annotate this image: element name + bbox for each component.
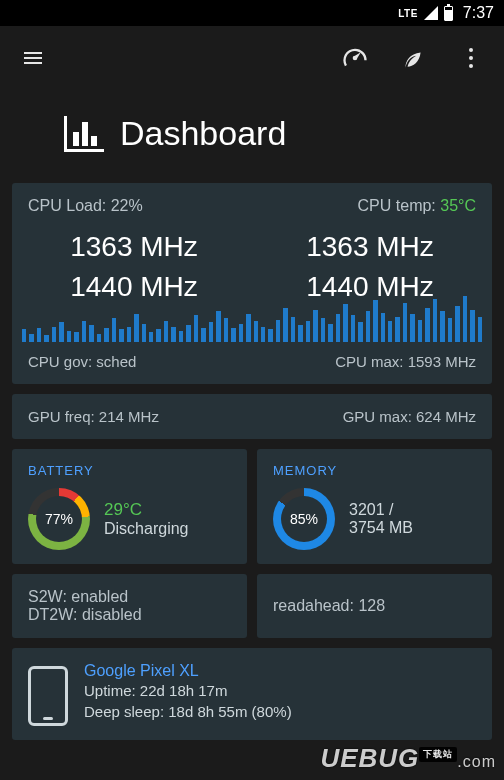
cpu-freq-1: 1363 MHz [264,231,476,263]
cpu-freq-3: 1440 MHz [264,271,476,303]
battery-title: BATTERY [28,463,231,478]
device-card[interactable]: Google Pixel XL Uptime: 22d 18h 17m Deep… [12,648,492,740]
cpu-load-label: CPU Load: 22% [28,197,143,215]
cpu-freq-2: 1440 MHz [28,271,240,303]
readahead-card[interactable]: readahead: 128 [257,574,492,638]
gpu-card[interactable]: GPU freq: 214 MHz GPU max: 624 MHz [12,394,492,439]
app-toolbar [0,26,504,90]
cpu-max-label: CPU max: 1593 MHz [335,353,476,370]
watermark: UEBUG下载站.com [320,743,496,774]
battery-saver-button[interactable] [398,43,428,73]
memory-ring: 85% [273,488,335,550]
cpu-temp-value: 35°C [440,197,476,214]
menu-button[interactable] [18,43,48,73]
cpu-temp-label: CPU temp: 35°C [358,197,476,215]
leaf-icon [400,45,426,71]
dashboard-icon [64,116,104,152]
network-indicator: LTE [398,8,418,19]
memory-used: 3201 / [349,501,413,519]
dt2w-label: DT2W: disabled [28,606,231,624]
device-deepsleep: Deep sleep: 18d 8h 55m (80%) [84,701,292,722]
performance-button[interactable] [340,43,370,73]
phone-icon [28,666,68,726]
battery-pct: 77% [36,496,82,542]
wake-card[interactable]: S2W: enabled DT2W: disabled [12,574,247,638]
battery-icon [444,6,453,21]
memory-total: 3754 MB [349,519,413,537]
menu-icon [21,46,45,70]
battery-temp: 29°C [104,500,188,520]
signal-icon [424,6,438,20]
cpu-gov-label: CPU gov: sched [28,353,136,370]
gpu-max-label: GPU max: 624 MHz [343,408,476,425]
device-uptime: Uptime: 22d 18h 17m [84,680,292,701]
clock: 7:37 [463,4,494,22]
page-title: Dashboard [120,114,286,153]
s2w-label: S2W: enabled [28,588,231,606]
gauge-icon [341,44,369,72]
cpu-freq-0: 1363 MHz [28,231,240,263]
android-status-bar: LTE 7:37 [0,0,504,26]
battery-card[interactable]: BATTERY 77% 29°C Discharging [12,449,247,564]
readahead-label: readahead: 128 [273,597,385,615]
overflow-button[interactable] [456,43,486,73]
page-header: Dashboard [0,90,504,183]
gpu-freq-label: GPU freq: 214 MHz [28,408,159,425]
device-name[interactable]: Google Pixel XL [84,662,292,680]
memory-pct: 85% [281,496,327,542]
memory-card[interactable]: MEMORY 85% 3201 / 3754 MB [257,449,492,564]
memory-title: MEMORY [273,463,476,478]
battery-state: Discharging [104,520,188,538]
overflow-icon [469,48,473,68]
cpu-card[interactable]: CPU Load: 22% CPU temp: 35°C 1363 MHz 13… [12,183,492,384]
battery-ring: 77% [28,488,90,550]
